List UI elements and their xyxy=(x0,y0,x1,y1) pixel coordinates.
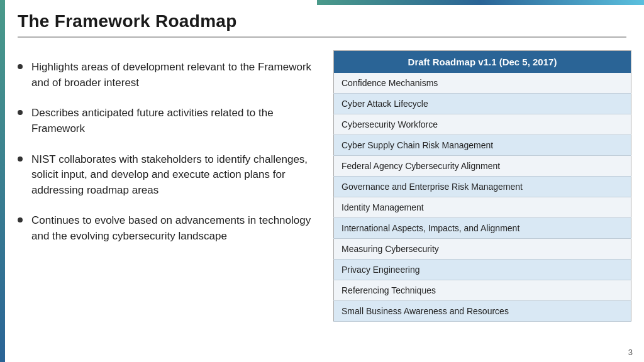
bullet-list: Highlights areas of development relevant… xyxy=(18,60,326,244)
table-row: Cyber Attack Lifecycle xyxy=(334,94,631,114)
roadmap-table: Draft Roadmap v1.1 (Dec 5, 2017) Confide… xyxy=(333,50,631,322)
bullet-item: Continues to evolve based on advancement… xyxy=(18,213,326,244)
table-cell: Cyber Supply Chain Risk Management xyxy=(334,135,631,156)
table-row: Privacy Engineering xyxy=(334,260,631,280)
table-row: Cybersecurity Workforce xyxy=(334,114,631,135)
table-cell: Confidence Mechanisms xyxy=(334,73,631,94)
side-accent-bar xyxy=(0,0,5,362)
table-header: Draft Roadmap v1.1 (Dec 5, 2017) xyxy=(334,51,631,74)
bullet-text: NIST collaborates with stakeholders to i… xyxy=(31,152,326,199)
table-cell: Governance and Enterprise Risk Managemen… xyxy=(334,177,631,197)
table-row: Referencing Techniques xyxy=(334,280,631,301)
bullet-dot xyxy=(18,64,23,69)
page-number: 3 xyxy=(628,348,633,357)
bullet-text: Describes anticipated future activities … xyxy=(31,106,326,136)
title-underline xyxy=(18,36,626,38)
page-title: The Framework Roadmap xyxy=(18,11,626,31)
table-cell: Privacy Engineering xyxy=(334,260,631,280)
left-content: Highlights areas of development relevant… xyxy=(18,60,326,343)
bullet-text: Highlights areas of development relevant… xyxy=(31,60,326,90)
bullet-dot xyxy=(18,217,23,222)
table-row: Confidence Mechanisms xyxy=(334,73,631,94)
table-cell: Federal Agency Cybersecurity Alignment xyxy=(334,156,631,177)
table-row: International Aspects, Impacts, and Alig… xyxy=(334,218,631,239)
table-cell: Referencing Techniques xyxy=(334,280,631,301)
bullet-item: Highlights areas of development relevant… xyxy=(18,60,326,90)
top-accent-bar xyxy=(317,0,644,5)
table-cell: Cybersecurity Workforce xyxy=(334,114,631,135)
bullet-dot xyxy=(18,110,23,115)
table-cell: Cyber Attack Lifecycle xyxy=(334,94,631,114)
table-row: Federal Agency Cybersecurity Alignment xyxy=(334,156,631,177)
bullet-item: NIST collaborates with stakeholders to i… xyxy=(18,152,326,199)
table-cell: Measuring Cybersecurity xyxy=(334,239,631,260)
slide: The Framework Roadmap Highlights areas o… xyxy=(0,0,644,362)
table-row: Governance and Enterprise Risk Managemen… xyxy=(334,177,631,197)
right-content: Draft Roadmap v1.1 (Dec 5, 2017) Confide… xyxy=(333,50,631,349)
bullet-text: Continues to evolve based on advancement… xyxy=(31,213,326,244)
bullet-dot xyxy=(18,156,23,162)
table-row: Small Business Awareness and Resources xyxy=(334,301,631,322)
title-area: The Framework Roadmap xyxy=(18,11,626,38)
table-cell: Small Business Awareness and Resources xyxy=(334,301,631,322)
table-cell: Identity Management xyxy=(334,197,631,218)
bullet-item: Describes anticipated future activities … xyxy=(18,106,326,136)
table-row: Identity Management xyxy=(334,197,631,218)
table-row: Measuring Cybersecurity xyxy=(334,239,631,260)
table-row: Cyber Supply Chain Risk Management xyxy=(334,135,631,156)
table-cell: International Aspects, Impacts, and Alig… xyxy=(334,218,631,239)
